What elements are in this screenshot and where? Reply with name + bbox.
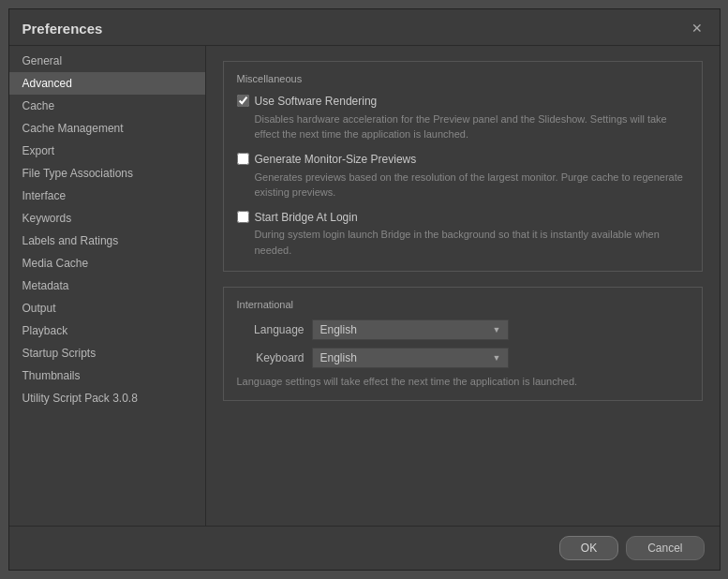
sidebar-item-advanced[interactable]: Advanced [9,72,205,95]
international-title: International [237,299,689,310]
option-use-software-rendering: Use Software Rendering Disables hardware… [237,94,689,142]
sidebar-item-cache[interactable]: Cache [9,95,205,117]
sidebar-item-cache-management[interactable]: Cache Management [9,117,205,140]
preferences-dialog: Preferences ✕ GeneralAdvancedCacheCache … [8,8,721,571]
ok-button[interactable]: OK [559,536,618,560]
sidebar-item-metadata[interactable]: Metadata [9,275,205,297]
sidebar-item-playback[interactable]: Playback [9,319,205,342]
generate-monitor-previews-desc: Generates previews based on the resoluti… [255,170,689,200]
sidebar-item-general[interactable]: General [9,50,205,72]
sidebar-item-keywords[interactable]: Keywords [9,207,205,230]
sidebar-item-media-cache[interactable]: Media Cache [9,252,205,275]
language-note: Language settings will take effect the n… [237,376,689,387]
dialog-title: Preferences [22,21,103,37]
sidebar-item-export[interactable]: Export [9,140,205,162]
use-software-rendering-desc: Disables hardware acceleration for the P… [255,111,689,142]
sidebar-item-startup-scripts[interactable]: Startup Scripts [9,342,205,364]
close-button[interactable]: ✕ [688,19,706,37]
language-label: Language [237,323,305,336]
generate-monitor-previews-label[interactable]: Generate Monitor-Size Previews [255,153,417,166]
keyboard-label: Keyboard [237,351,305,364]
dialog-content: GeneralAdvancedCacheCache ManagementExpo… [9,46,720,526]
generate-monitor-previews-checkbox[interactable] [237,153,249,165]
use-software-rendering-checkbox[interactable] [237,95,249,107]
international-section: International Language English Keyboard … [223,287,703,401]
use-software-rendering-checkbox-wrap[interactable] [237,95,249,110]
cancel-button[interactable]: Cancel [626,536,704,560]
sidebar: GeneralAdvancedCacheCache ManagementExpo… [9,46,206,526]
use-software-rendering-label[interactable]: Use Software Rendering [255,95,378,108]
sidebar-item-labels-and-ratings[interactable]: Labels and Ratings [9,230,205,252]
sidebar-item-file-type-associations[interactable]: File Type Associations [9,162,205,185]
sidebar-item-output[interactable]: Output [9,297,205,319]
language-select-wrap: English [312,319,509,340]
keyboard-select[interactable]: English [312,348,509,368]
language-row: Language English [237,319,689,340]
sidebar-item-utility-script-pack[interactable]: Utility Script Pack 3.0.8 [9,387,205,409]
start-bridge-checkbox-wrap[interactable] [237,211,249,226]
miscellaneous-section: Miscellaneous Use Software Rendering Dis… [223,61,703,272]
start-bridge-checkbox[interactable] [237,211,249,223]
option-start-bridge-at-login: Start Bridge At Login During system logi… [237,210,689,259]
generate-monitor-previews-checkbox-wrap[interactable] [237,153,249,168]
title-bar: Preferences ✕ [9,9,720,46]
sidebar-item-interface[interactable]: Interface [9,185,205,207]
main-panel: Miscellaneous Use Software Rendering Dis… [206,46,720,526]
start-bridge-label[interactable]: Start Bridge At Login [255,211,358,224]
language-select[interactable]: English [312,319,509,340]
start-bridge-desc: During system login launch Bridge in the… [255,227,689,258]
keyboard-select-wrap: English [312,348,509,368]
miscellaneous-title: Miscellaneous [237,73,689,84]
option-generate-monitor-previews: Generate Monitor-Size Previews Generates… [237,152,689,200]
dialog-footer: OK Cancel [9,526,720,570]
keyboard-row: Keyboard English [237,348,689,368]
sidebar-item-thumbnails[interactable]: Thumbnails [9,364,205,387]
